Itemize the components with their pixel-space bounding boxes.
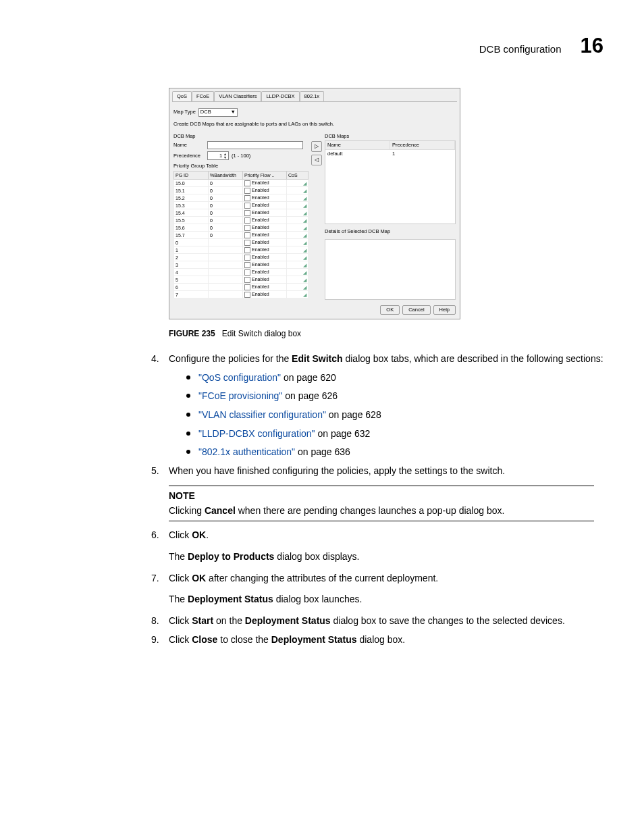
remove-arrow-button[interactable]: ◁ xyxy=(311,155,322,165)
checkbox-icon[interactable] xyxy=(244,255,250,261)
pg-cell-pf: Enabled xyxy=(243,246,287,254)
bullet-tail: on page 626 xyxy=(282,390,338,401)
checkbox-icon[interactable] xyxy=(244,210,250,216)
pg-cell-cos: ◢ xyxy=(287,209,308,217)
pg-cell-id: 15.0 xyxy=(174,180,209,187)
pg-row[interactable]: 15.40Enabled◢ xyxy=(174,209,308,217)
maps-th-prec: Precedence xyxy=(390,141,455,149)
pg-cell-id: 6 xyxy=(174,284,209,291)
add-arrow-button[interactable]: ▷ xyxy=(311,141,322,152)
pg-cell-cos: ◢ xyxy=(287,180,308,187)
caret-icon: ◢ xyxy=(303,292,306,298)
step-6-para: The Deploy to Products dialog box displa… xyxy=(169,550,603,565)
tab-vlan-classifiers[interactable]: VLAN Classifiers xyxy=(214,91,261,101)
tab-fcoe[interactable]: FCoE xyxy=(192,91,214,101)
bullet-item: "FCoE provisioning" on page 626 xyxy=(186,389,603,404)
step-number: 7. xyxy=(151,571,162,586)
pg-row[interactable]: 6Enabled◢ xyxy=(174,284,308,291)
caret-icon: ◢ xyxy=(303,210,306,216)
checkbox-icon[interactable] xyxy=(244,284,250,290)
pg-row[interactable]: 1Enabled◢ xyxy=(174,246,308,254)
pg-row[interactable]: 15.70Enabled◢ xyxy=(174,232,308,239)
pg-cell-cos: ◢ xyxy=(287,202,308,209)
precedence-label: Precedence xyxy=(173,153,205,159)
maps-row[interactable]: default 1 xyxy=(325,150,455,158)
pg-row[interactable]: 15.20Enabled◢ xyxy=(174,194,308,202)
pg-table: PG ID %Bandwidth Priority Flow .. CoS 15… xyxy=(173,171,308,298)
pg-row[interactable]: 15.00Enabled◢ xyxy=(174,180,308,187)
pg-th-bw: %Bandwidth xyxy=(209,172,243,180)
pg-row[interactable]: 3Enabled◢ xyxy=(174,261,308,269)
doc-link[interactable]: "FCoE provisioning" xyxy=(198,390,282,401)
pg-row[interactable]: 2Enabled◢ xyxy=(174,254,308,261)
pg-cell-cos: ◢ xyxy=(287,187,308,194)
step-number: 6. xyxy=(151,528,162,543)
checkbox-icon[interactable] xyxy=(244,180,250,186)
checkbox-icon[interactable] xyxy=(244,269,250,276)
ok-button[interactable]: OK xyxy=(380,305,400,315)
tab-qos[interactable]: QoS xyxy=(172,91,192,101)
pg-cell-pf: Enabled xyxy=(243,269,287,276)
pg-cell-bw xyxy=(209,269,243,276)
checkbox-icon[interactable] xyxy=(244,195,250,201)
checkbox-icon[interactable] xyxy=(244,217,250,224)
pg-cell-id: 3 xyxy=(174,261,209,269)
checkbox-icon[interactable] xyxy=(244,292,250,298)
pg-row[interactable]: 15.10Enabled◢ xyxy=(174,187,308,194)
pg-row[interactable]: 5Enabled◢ xyxy=(174,276,308,284)
maps-cell-prec: 1 xyxy=(390,150,455,158)
pg-cell-pf: Enabled xyxy=(243,291,287,298)
pg-cell-bw: 0 xyxy=(209,224,243,232)
pg-row[interactable]: 7Enabled◢ xyxy=(174,291,308,298)
caret-icon: ◢ xyxy=(303,247,306,253)
pg-row[interactable]: 15.50Enabled◢ xyxy=(174,217,308,224)
pg-cell-cos: ◢ xyxy=(287,224,308,232)
pg-row[interactable]: 4Enabled◢ xyxy=(174,269,308,276)
step-9-text: Click Close to close the Deployment Stat… xyxy=(169,633,405,648)
cancel-button[interactable]: Cancel xyxy=(402,305,430,315)
step-6-text: Click OK. xyxy=(169,528,209,543)
figure-caption: FIGURE 235 Edit Switch dialog box xyxy=(169,329,603,338)
caret-icon: ◢ xyxy=(303,195,306,201)
chevron-down-icon: ▼ xyxy=(230,109,235,115)
help-button[interactable]: Help xyxy=(433,305,456,315)
tab-8021x[interactable]: 802.1x xyxy=(300,91,325,101)
caret-icon: ◢ xyxy=(303,232,306,238)
name-input[interactable] xyxy=(207,141,303,149)
pg-cell-pf: Enabled xyxy=(243,217,287,224)
pg-cell-id: 5 xyxy=(174,276,209,284)
doc-link[interactable]: "LLDP-DCBX configuration" xyxy=(198,428,315,439)
pg-cell-cos: ◢ xyxy=(287,269,308,276)
doc-link[interactable]: "802.1x authentication" xyxy=(198,446,295,457)
tab-lldp-dcbx[interactable]: LLDP-DCBX xyxy=(261,91,299,101)
caret-icon: ◢ xyxy=(303,225,306,231)
doc-link[interactable]: "QoS configuration" xyxy=(198,372,281,383)
pg-cell-pf: Enabled xyxy=(243,224,287,232)
checkbox-icon[interactable] xyxy=(244,203,250,209)
checkbox-icon[interactable] xyxy=(244,247,250,253)
dcb-map-title: DCB Map xyxy=(173,133,308,140)
checkbox-icon[interactable] xyxy=(244,232,250,238)
checkbox-icon[interactable] xyxy=(244,225,250,231)
bullet-icon xyxy=(186,450,190,454)
maps-box: Name Precedence default 1 xyxy=(325,140,456,224)
checkbox-icon[interactable] xyxy=(244,262,250,268)
pg-row[interactable]: 15.30Enabled◢ xyxy=(174,202,308,209)
pg-row[interactable]: 15.60Enabled◢ xyxy=(174,224,308,232)
precedence-spinner[interactable]: 1 ▲▼ xyxy=(207,151,229,160)
checkbox-icon[interactable] xyxy=(244,240,250,246)
step-number: 4. xyxy=(151,352,162,367)
step-7-text: Click OK after changing the attributes o… xyxy=(169,571,438,586)
pg-cell-id: 15.3 xyxy=(174,202,209,209)
checkbox-icon[interactable] xyxy=(244,277,250,283)
map-type-select[interactable]: DCB ▼ xyxy=(198,108,238,117)
step-number: 8. xyxy=(151,614,162,629)
bullet-tail: on page 628 xyxy=(326,409,381,420)
doc-link[interactable]: "VLAN classifier configuration" xyxy=(198,409,326,420)
header-section: DCB configuration xyxy=(479,43,562,55)
pg-cell-id: 15.4 xyxy=(174,209,209,217)
checkbox-icon[interactable] xyxy=(244,188,250,194)
pg-cell-pf: Enabled xyxy=(243,194,287,202)
pg-row[interactable]: 0Enabled◢ xyxy=(174,239,308,246)
bullet-icon xyxy=(186,413,190,417)
